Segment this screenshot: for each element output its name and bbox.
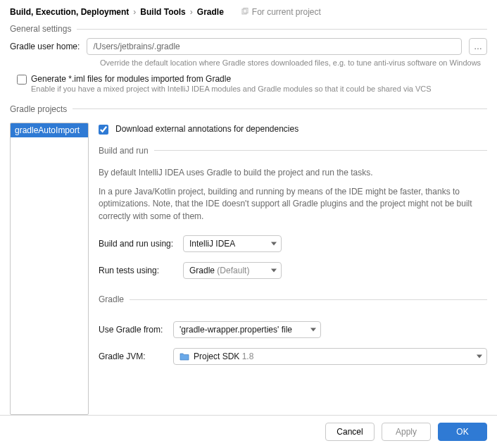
divider <box>154 150 487 151</box>
chevron-down-icon <box>477 355 482 359</box>
breadcrumb: Build, Execution, Deployment › Build Too… <box>0 0 497 23</box>
divider <box>130 299 487 300</box>
download-annotations-checkbox[interactable] <box>99 125 108 135</box>
tests-using-label: Run tests using: <box>99 266 176 275</box>
tests-using-select[interactable]: Gradle (Default) <box>183 262 282 279</box>
ellipsis-icon: … <box>474 42 482 51</box>
use-gradle-from-select[interactable]: 'gradle-wrapper.properties' file <box>173 321 321 338</box>
gradle-home-input[interactable] <box>87 38 462 55</box>
chevron-down-icon <box>271 242 277 246</box>
gradle-home-hint: Override the default location where Grad… <box>100 58 487 68</box>
cancel-button[interactable]: Cancel <box>325 423 375 441</box>
chevron-down-icon <box>310 328 316 332</box>
browse-button[interactable]: … <box>469 38 487 55</box>
folder-icon <box>180 352 189 361</box>
crumb-gradle[interactable]: Gradle <box>197 7 224 17</box>
ok-button[interactable]: OK <box>438 423 487 441</box>
copy-icon <box>241 8 249 16</box>
divider <box>77 29 487 30</box>
section-gradle-label: Gradle <box>99 294 124 304</box>
use-gradle-from-value: 'gradle-wrapper.properties' file <box>180 325 292 335</box>
build-using-value: IntelliJ IDEA <box>189 239 235 249</box>
chevron-right-icon: › <box>133 7 136 17</box>
build-run-text-1: By default IntelliJ IDEA uses Gradle to … <box>99 167 487 179</box>
generate-iml-hint: Enable if you have a mixed project with … <box>31 84 432 94</box>
gradle-jvm-select[interactable]: Project SDK 1.8 <box>173 348 487 365</box>
section-projects: Gradle projects <box>10 104 487 114</box>
section-projects-label: Gradle projects <box>10 104 67 114</box>
section-general: General settings <box>10 24 487 34</box>
section-build-run: Build and run <box>99 146 487 156</box>
section-general-label: General settings <box>10 24 71 34</box>
crumb-build-tools[interactable]: Build Tools <box>140 7 185 17</box>
list-item[interactable]: gradleAutoImport <box>11 123 88 137</box>
generate-iml-checkbox[interactable] <box>17 75 27 85</box>
build-using-label: Build and run using: <box>99 239 176 249</box>
gradle-home-label: Gradle user home: <box>10 42 80 51</box>
use-gradle-from-label: Use Gradle from: <box>99 325 166 335</box>
crumb-build-exec-deploy[interactable]: Build, Execution, Deployment <box>10 7 129 17</box>
chevron-right-icon: › <box>190 7 193 17</box>
tests-using-value: Gradle (Default) <box>189 266 249 275</box>
section-build-run-label: Build and run <box>99 146 149 156</box>
build-run-text-2: In a pure Java/Kotlin project, building … <box>99 186 487 223</box>
gradle-jvm-label: Gradle JVM: <box>99 351 166 361</box>
dialog-footer: Cancel Apply OK <box>0 415 497 448</box>
gradle-jvm-value: Project SDK 1.8 <box>194 351 253 361</box>
scope-indicator: For current project <box>241 7 321 17</box>
download-annotations-label: Download external annotations for depend… <box>115 124 298 134</box>
scope-label: For current project <box>252 7 321 17</box>
chevron-down-icon <box>271 269 277 273</box>
build-using-select[interactable]: IntelliJ IDEA <box>183 235 282 252</box>
divider <box>73 108 487 109</box>
section-gradle: Gradle <box>99 294 487 304</box>
generate-iml-label: Generate *.iml files for modules importe… <box>31 74 432 84</box>
gradle-projects-list[interactable]: gradleAutoImport <box>10 123 89 415</box>
apply-button[interactable]: Apply <box>382 423 431 441</box>
